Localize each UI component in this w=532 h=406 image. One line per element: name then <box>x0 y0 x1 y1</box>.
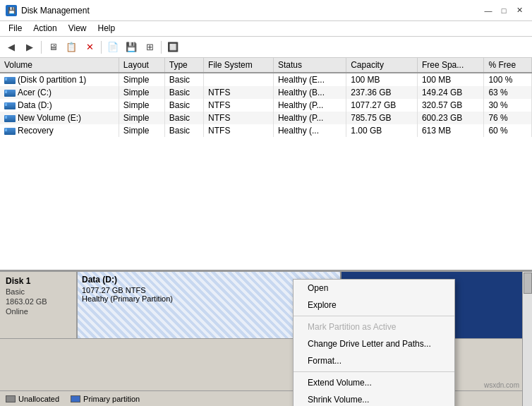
table-cell: Simple <box>119 124 164 137</box>
toolbar-sep1 <box>41 41 42 54</box>
table-cell: 63 % <box>484 86 532 99</box>
toolbar-properties[interactable]: 📋 <box>63 39 80 56</box>
menu-file[interactable]: File <box>3 23 28 35</box>
legend-unalloc-box <box>6 395 16 402</box>
table-cell: NTFS <box>204 112 274 124</box>
toolbar-delete[interactable]: ✕ <box>81 39 98 56</box>
table-cell: 600.23 GB <box>417 112 484 124</box>
table-cell: Simple <box>119 86 164 99</box>
table-cell: 76 % <box>484 112 532 124</box>
lower-panel: Disk 1 Basic 1863.02 GB Online Data (D:)… <box>0 272 532 406</box>
table-row[interactable]: Data (D:)SimpleBasicNTFSHealthy (P...107… <box>0 99 532 112</box>
table-cell: New Volume (E:) <box>0 112 119 124</box>
table-cell: Data (D:) <box>0 99 119 112</box>
toolbar-extra1[interactable]: 🔲 <box>164 39 181 56</box>
context-menu: OpenExploreMark Partition as ActiveChang… <box>293 279 455 406</box>
table-cell: Healthy (P... <box>273 99 346 112</box>
table-cell: 613 MB <box>417 124 484 137</box>
toolbar-new[interactable]: 📄 <box>104 39 121 56</box>
ctx-item-open[interactable]: Open <box>294 280 454 297</box>
table-cell: Acer (C:) <box>0 86 119 99</box>
table-cell: 320.57 GB <box>417 99 484 112</box>
ctx-item-shrink-volume---[interactable]: Shrink Volume... <box>294 391 454 406</box>
table-cell: 100 MB <box>346 73 418 86</box>
volume-icon <box>4 102 16 109</box>
menu-bar: File Action View Help <box>0 21 532 37</box>
table-cell: 237.36 GB <box>346 86 418 99</box>
table-cell: Basic <box>164 73 203 86</box>
upper-panel: Volume Layout Type File System Status Ca… <box>0 58 532 272</box>
table-cell: 149.24 GB <box>417 86 484 99</box>
table-cell: 100 MB <box>417 73 484 86</box>
table-cell: Healthy (B... <box>273 86 346 99</box>
table-cell: 30 % <box>484 99 532 112</box>
ctx-item-extend-volume---[interactable]: Extend Volume... <box>294 374 454 391</box>
title-bar: 💾 Disk Management — □ ✕ <box>0 0 532 21</box>
table-cell: Healthy (... <box>273 124 346 137</box>
menu-view[interactable]: View <box>63 23 92 35</box>
table-cell: Simple <box>119 112 164 124</box>
app-icon: 💾 <box>6 5 17 16</box>
toolbar-console[interactable]: 🖥 <box>44 39 61 56</box>
legend-primary-box <box>71 395 80 402</box>
col-layout[interactable]: Layout <box>119 58 164 73</box>
col-freespace[interactable]: Free Spa... <box>417 58 484 73</box>
table-row[interactable]: (Disk 0 partition 1)SimpleBasicHealthy (… <box>0 73 532 86</box>
close-button[interactable]: ✕ <box>512 4 526 18</box>
col-pctfree[interactable]: % Free <box>484 58 532 73</box>
ctx-item-change-drive-letter-and-paths---[interactable]: Change Drive Letter and Paths... <box>294 335 454 352</box>
disk-table: Volume Layout Type File System Status Ca… <box>0 58 532 137</box>
volume-icon <box>4 115 16 122</box>
ctx-item-mark-partition-as-active: Mark Partition as Active <box>294 318 454 335</box>
col-type[interactable]: Type <box>164 58 203 73</box>
toolbar-back[interactable]: ◀ <box>3 39 20 56</box>
legend-unallocated: Unallocated <box>6 395 59 403</box>
window-controls: — □ ✕ <box>481 4 526 18</box>
table-cell: 100 % <box>484 73 532 86</box>
table-cell: Simple <box>119 73 164 86</box>
volume-icon <box>4 90 16 97</box>
lower-scrollbar[interactable] <box>522 272 532 406</box>
toolbar-save[interactable]: 💾 <box>123 39 140 56</box>
maximize-button[interactable]: □ <box>497 4 511 18</box>
disk-type: Basic <box>6 287 71 296</box>
table-cell: Recovery <box>0 124 119 137</box>
table-cell: Basic <box>164 99 203 112</box>
toolbar-view[interactable]: ⊞ <box>141 39 158 56</box>
window-title: Disk Management <box>21 6 90 16</box>
ctx-item-format---[interactable]: Format... <box>294 352 454 369</box>
table-cell: 1077.27 GB <box>346 99 418 112</box>
table-cell: Basic <box>164 124 203 137</box>
title-left: 💾 Disk Management <box>6 5 90 16</box>
main-container: Volume Layout Type File System Status Ca… <box>0 58 532 406</box>
table-cell: NTFS <box>204 86 274 99</box>
ctx-item-explore[interactable]: Explore <box>294 297 454 314</box>
col-volume[interactable]: Volume <box>0 58 119 73</box>
toolbar-sep3 <box>161 41 162 54</box>
table-cell <box>204 73 274 86</box>
table-cell: Healthy (P... <box>273 112 346 124</box>
scroll-thumb[interactable] <box>524 273 532 294</box>
disk-label: Disk 1 Basic 1863.02 GB Online <box>0 272 78 338</box>
table-row[interactable]: RecoverySimpleBasicNTFSHealthy (...1.00 … <box>0 124 532 137</box>
toolbar: ◀ ▶ 🖥 📋 ✕ 📄 💾 ⊞ 🔲 <box>0 37 532 58</box>
col-capacity[interactable]: Capacity <box>346 58 418 73</box>
col-status[interactable]: Status <box>273 58 346 73</box>
table-cell: NTFS <box>204 99 274 112</box>
ctx-separator <box>294 316 454 316</box>
table-cell: 1.00 GB <box>346 124 418 137</box>
table-cell: (Disk 0 partition 1) <box>0 73 119 86</box>
menu-action[interactable]: Action <box>28 23 62 35</box>
volume-icon <box>4 77 16 84</box>
menu-help[interactable]: Help <box>92 23 121 35</box>
toolbar-forward[interactable]: ▶ <box>21 39 38 56</box>
table-cell: Basic <box>164 86 203 99</box>
table-row[interactable]: Acer (C:)SimpleBasicNTFSHealthy (B...237… <box>0 86 532 99</box>
minimize-button[interactable]: — <box>481 4 495 18</box>
watermark: wsxdn.com <box>484 381 519 389</box>
table-cell: 785.75 GB <box>346 112 418 124</box>
table-row[interactable]: New Volume (E:)SimpleBasicNTFSHealthy (P… <box>0 112 532 124</box>
legend-unalloc-label: Unallocated <box>18 395 59 403</box>
col-filesystem[interactable]: File System <box>204 58 274 73</box>
disk-name: Disk 1 <box>6 276 71 286</box>
